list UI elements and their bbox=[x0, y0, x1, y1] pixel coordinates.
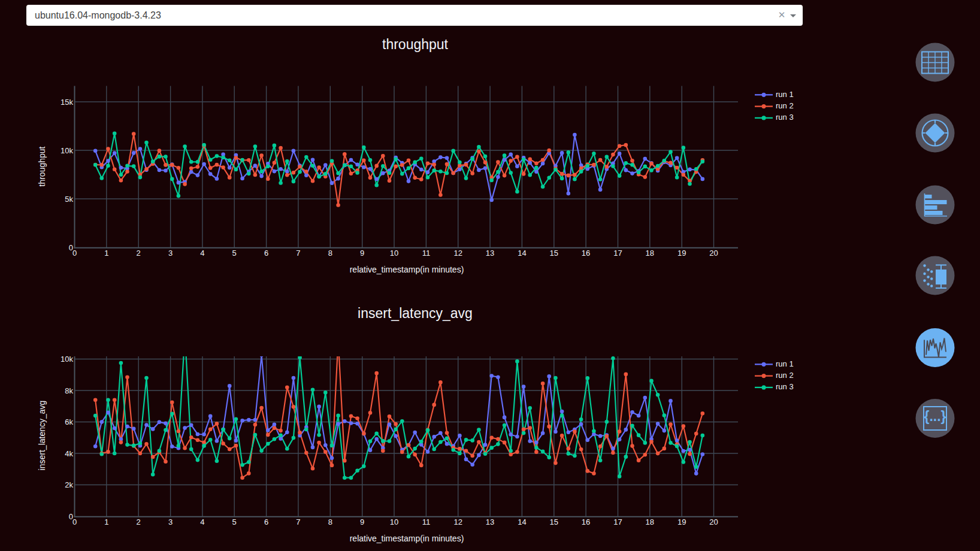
svg-text:15: 15 bbox=[550, 249, 558, 258]
svg-text:0: 0 bbox=[72, 517, 77, 526]
svg-text:11: 11 bbox=[422, 517, 431, 526]
svg-text:10k: 10k bbox=[61, 146, 73, 155]
svg-text:2k: 2k bbox=[65, 480, 73, 489]
svg-text:insert_latency_avg: insert_latency_avg bbox=[358, 305, 473, 321]
svg-text:8k: 8k bbox=[65, 386, 73, 395]
svg-text:relative_timestamp(in minutes): relative_timestamp(in minutes) bbox=[350, 265, 464, 274]
svg-text:16: 16 bbox=[582, 517, 590, 526]
svg-text:19: 19 bbox=[677, 249, 686, 258]
svg-text:run 2: run 2 bbox=[776, 371, 794, 380]
svg-text:10: 10 bbox=[390, 517, 398, 526]
svg-text:19: 19 bbox=[677, 517, 686, 526]
svg-text:16: 16 bbox=[582, 249, 590, 258]
svg-text:9: 9 bbox=[360, 249, 364, 258]
svg-text:7: 7 bbox=[296, 517, 300, 526]
svg-text:8: 8 bbox=[328, 517, 332, 526]
svg-text:2: 2 bbox=[137, 517, 141, 526]
svg-text:6k: 6k bbox=[65, 417, 73, 426]
svg-text:relative_timestamp(in minutes): relative_timestamp(in minutes) bbox=[350, 534, 464, 543]
svg-text:5: 5 bbox=[232, 249, 237, 258]
svg-text:12: 12 bbox=[453, 249, 462, 258]
svg-text:run 3: run 3 bbox=[776, 382, 794, 391]
svg-text:throughput: throughput bbox=[37, 146, 47, 186]
svg-text:17: 17 bbox=[613, 249, 622, 258]
svg-text:run 3: run 3 bbox=[776, 113, 794, 122]
svg-text:14: 14 bbox=[518, 517, 526, 526]
svg-text:13: 13 bbox=[486, 249, 494, 258]
svg-text:6: 6 bbox=[264, 517, 268, 526]
svg-text:insert_latency_avg: insert_latency_avg bbox=[37, 401, 47, 471]
svg-text:11: 11 bbox=[422, 249, 431, 258]
svg-text:10k: 10k bbox=[61, 355, 73, 364]
svg-text:15k: 15k bbox=[61, 98, 73, 107]
svg-text:run 1: run 1 bbox=[776, 359, 794, 368]
svg-text:18: 18 bbox=[646, 517, 654, 526]
svg-text:1: 1 bbox=[104, 249, 108, 258]
svg-text:17: 17 bbox=[613, 517, 622, 526]
svg-text:8: 8 bbox=[328, 249, 332, 258]
svg-text:18: 18 bbox=[646, 249, 654, 258]
svg-text:4k: 4k bbox=[65, 449, 73, 458]
svg-text:2: 2 bbox=[137, 249, 141, 258]
svg-text:14: 14 bbox=[518, 249, 526, 258]
svg-text:4: 4 bbox=[200, 517, 204, 526]
svg-text:run 1: run 1 bbox=[776, 90, 794, 99]
svg-text:3: 3 bbox=[168, 249, 173, 258]
svg-text:6: 6 bbox=[264, 249, 268, 258]
svg-text:3: 3 bbox=[168, 517, 173, 526]
svg-text:12: 12 bbox=[453, 517, 462, 526]
svg-text:15: 15 bbox=[550, 517, 558, 526]
svg-text:5: 5 bbox=[232, 517, 237, 526]
svg-text:9: 9 bbox=[360, 517, 364, 526]
svg-text:10: 10 bbox=[390, 249, 398, 258]
svg-text:1: 1 bbox=[104, 517, 108, 526]
svg-text:5k: 5k bbox=[65, 195, 73, 204]
svg-text:20: 20 bbox=[709, 249, 718, 258]
svg-text:0: 0 bbox=[72, 249, 77, 258]
svg-text:throughput: throughput bbox=[382, 37, 449, 52]
svg-text:20: 20 bbox=[709, 517, 718, 526]
svg-text:run 2: run 2 bbox=[776, 101, 794, 110]
svg-text:7: 7 bbox=[296, 249, 300, 258]
svg-text:4: 4 bbox=[200, 249, 204, 258]
svg-text:{...}: {...} bbox=[924, 408, 946, 424]
svg-text:13: 13 bbox=[486, 517, 494, 526]
